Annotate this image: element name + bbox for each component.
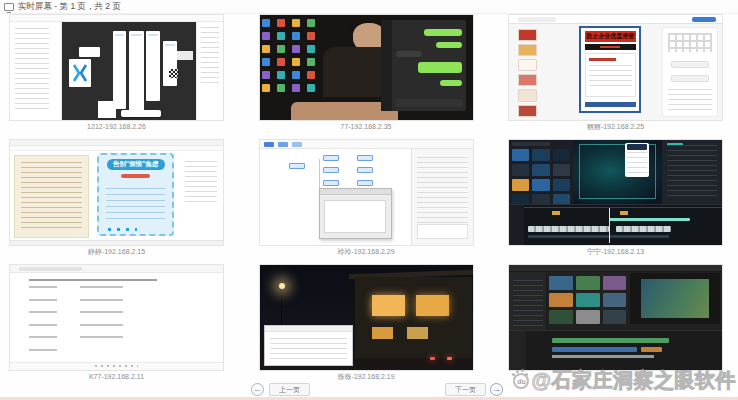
mini-toolbar-chip xyxy=(278,142,288,147)
mini-lit-window xyxy=(372,327,393,338)
realtime-screens-window: 实时屏幕 - 第 1 页，共 2 页 xyxy=(0,0,738,400)
mini-artboard xyxy=(129,31,144,115)
prev-page-button[interactable]: 上一页 xyxy=(269,383,310,396)
mini-chat-bubble xyxy=(440,80,462,86)
mini-phone-header xyxy=(627,144,647,150)
mini-toolbar-chip xyxy=(292,142,302,147)
mini-toolbar xyxy=(10,265,223,273)
mini-blue-clip xyxy=(552,347,637,352)
screen-caption: 宁宁-192.168.2.13 xyxy=(509,245,722,258)
screen-thumbnail-jingjing[interactable]: 告别″烦恼″焦虑 xyxy=(10,140,223,245)
grid-row-3: K77-192.168.2.11 xyxy=(10,265,722,383)
mini-table-cell xyxy=(80,286,123,288)
mini-playhead xyxy=(609,208,610,243)
mini-note-tag xyxy=(121,174,150,179)
screen-thumbnail-lingling[interactable] xyxy=(260,140,473,245)
screen-caption: 薇薇-192.168.2.19 xyxy=(260,370,473,383)
mini-media-panel xyxy=(509,140,573,204)
mini-poster-document: 防止企业优盘泄密 xyxy=(579,26,641,113)
mini-frames xyxy=(169,51,193,60)
screen-thumbnail-77[interactable] xyxy=(260,15,473,120)
mini-table-cell xyxy=(80,324,123,326)
mini-chat-sidebar xyxy=(381,20,392,110)
mini-table-header xyxy=(29,279,157,281)
mini-phone-card xyxy=(625,143,649,178)
mini-note-title: 告别″烦恼″焦虑 xyxy=(107,159,165,171)
mini-poster-body xyxy=(585,53,636,97)
screen-cell-9 xyxy=(509,265,722,383)
mini-table-cell xyxy=(29,336,57,338)
mini-timeline xyxy=(509,204,722,245)
mini-teal-clip xyxy=(609,218,690,222)
screen-thumbnail-k77[interactable] xyxy=(10,265,223,370)
mini-logo-card xyxy=(69,59,91,87)
mini-filmstrip-clip xyxy=(616,226,671,232)
mini-body-text xyxy=(589,65,632,86)
mini-lit-window xyxy=(416,295,449,316)
mini-chat-bubble-gray xyxy=(396,51,422,57)
screen-thumbnail-9[interactable] xyxy=(509,265,722,370)
mini-audio-track xyxy=(528,235,669,238)
mini-artboard xyxy=(146,31,159,102)
mini-left-panel xyxy=(10,22,62,120)
mini-car-taillight xyxy=(430,357,435,360)
mini-settings-panel xyxy=(662,27,717,117)
mini-side-text xyxy=(185,161,217,203)
mini-ruler xyxy=(524,207,722,208)
screen-thumbnail-weiwei[interactable] xyxy=(260,265,473,370)
mini-orange-clip xyxy=(641,347,662,352)
titlebar: 实时屏幕 - 第 1 页，共 2 页 xyxy=(0,0,738,14)
monitor-icon xyxy=(4,3,14,11)
screen-thumbnail-lili[interactable]: 防止企业优盘泄密 xyxy=(509,15,722,120)
screen-cell-7: K77-192.168.2.11 xyxy=(10,265,223,383)
mini-desktop-icons xyxy=(262,19,318,105)
screen-thumbnail-ningning[interactable] xyxy=(509,140,722,245)
screen-thumbnail-1212[interactable] xyxy=(10,15,223,120)
mini-table-cell xyxy=(29,349,57,351)
mini-canvas xyxy=(62,22,196,120)
screen-caption xyxy=(509,370,722,383)
mini-track-labels xyxy=(509,205,524,245)
mini-flow-node xyxy=(323,167,339,173)
mini-table-cell xyxy=(29,286,57,288)
mini-toolbar-chip xyxy=(264,142,274,147)
mini-lit-window xyxy=(372,295,405,316)
mini-car-taillight xyxy=(447,357,452,360)
mini-green-clip xyxy=(552,338,669,343)
mini-street-lamp xyxy=(279,283,285,289)
mini-media-grid xyxy=(549,276,626,329)
mini-window-titlebar xyxy=(265,326,352,332)
mini-toolbar xyxy=(260,140,473,149)
mini-phone-text xyxy=(627,152,647,173)
screen-cell-5: 玲玲-192.168.2.29 xyxy=(260,140,473,258)
mini-props-text xyxy=(667,145,717,196)
screen-cell-6: 宁宁-192.168.2.13 xyxy=(509,140,722,258)
mini-media-tabs xyxy=(512,142,550,146)
mini-flow-node xyxy=(323,180,339,186)
mini-right-panel xyxy=(196,22,223,120)
mini-chat-bubble xyxy=(436,42,462,48)
mini-dialog-body xyxy=(324,200,386,233)
mini-toolbar xyxy=(509,265,722,272)
screen-caption: 玲玲-192.168.2.29 xyxy=(260,245,473,258)
mini-filmstrip-clip xyxy=(528,226,609,232)
mini-preview xyxy=(630,273,719,323)
next-page-arrow-icon[interactable]: → xyxy=(490,383,503,396)
mini-preview xyxy=(573,140,662,204)
screen-cell-2: 77-192.168.2.35 xyxy=(260,15,473,133)
mini-chat-input xyxy=(395,99,463,107)
mini-lamp-pole xyxy=(281,286,282,328)
mini-browser-bar xyxy=(509,15,722,24)
mini-dialog xyxy=(79,47,99,57)
mini-chat-window xyxy=(381,20,466,110)
mini-poster-banner: 防止企业优盘泄密 xyxy=(585,31,636,42)
mini-table-cell xyxy=(29,311,57,313)
mini-flow-node xyxy=(357,180,373,186)
mini-right-panel xyxy=(411,149,473,245)
mini-qr-code xyxy=(169,69,178,78)
prev-page-arrow-icon[interactable]: ← xyxy=(251,383,264,396)
mini-note-dots xyxy=(108,228,137,231)
mini-status-bar xyxy=(10,240,223,245)
grid-row-2: 告别″烦恼″焦虑 静静-192.168.2.15 xyxy=(10,140,722,258)
next-page-button[interactable]: 下一页 xyxy=(445,383,486,396)
